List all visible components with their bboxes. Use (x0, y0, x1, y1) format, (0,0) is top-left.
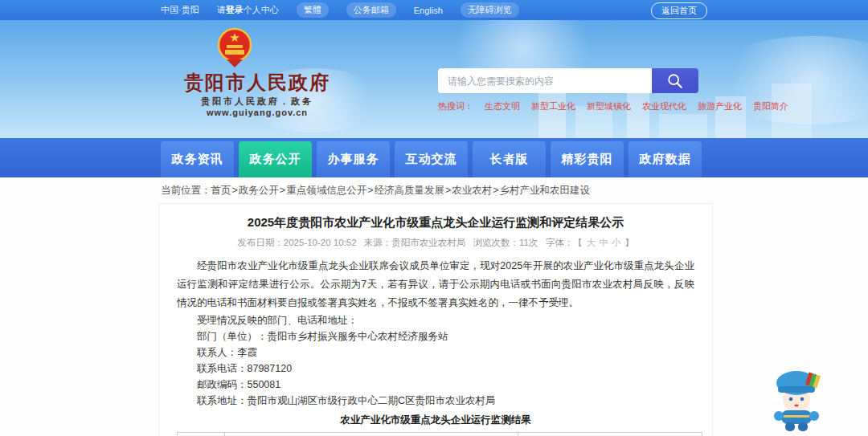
table-caption: 农业产业化市级重点龙头企业运行监测结果 (177, 414, 694, 427)
hot-search-row: 热搜词： 生态文明 新型工业化 新型城镇化 农业现代化 旅游产业化 贵阳简介 (438, 100, 703, 112)
breadcrumb-separator: > (493, 185, 498, 196)
breadcrumb-separator: > (232, 185, 238, 196)
hot-word[interactable]: 新型工业化 (531, 100, 575, 112)
hot-word[interactable]: 新型城镇化 (587, 100, 631, 112)
link-traditional-chinese[interactable]: 繁體 (297, 2, 329, 18)
nav-tab-zhangzheban[interactable]: 长者版 (473, 141, 546, 177)
national-emblem-icon: ★ (215, 27, 254, 69)
back-to-home-button[interactable]: 返回首页 (651, 2, 707, 19)
site-title: 贵阳市人民政府 (169, 70, 346, 96)
font-size-label-close: 】 (624, 238, 634, 247)
login-suffix: 个人中心 (244, 5, 279, 14)
breadcrumb-zhongdian-lingyu[interactable]: 重点领域信息公开 (286, 184, 366, 198)
table-header-row: 序号 企业名称 监测结果 (178, 433, 702, 436)
search-area: 热搜词： 生态文明 新型工业化 新型城镇化 农业现代化 旅游产业化 贵阳简介 (438, 68, 703, 112)
main-navigation: 政务资讯 政务公开 办事服务 互动交流 长者版 精彩贵阳 政府数据 (0, 138, 868, 177)
breadcrumb-label: 当前位置： (161, 184, 211, 198)
link-china-guiyang[interactable]: 中国·贵阳 (161, 4, 199, 16)
article-card: 2025年度贵阳市农业产业化市级重点龙头企业运行监测和评定结果公示 发布日期：2… (158, 203, 713, 436)
search-button[interactable] (652, 68, 698, 93)
link-official-mail[interactable]: 公务邮箱 (346, 2, 396, 18)
nav-tab-zhengfu-shuju[interactable]: 政府数据 (628, 141, 702, 177)
hot-search-label: 热搜词： (438, 100, 473, 112)
link-english[interactable]: English (414, 6, 443, 15)
login-prefix: 请 (217, 5, 226, 14)
publish-date: 发布日期：2025-10-20 10:52 (237, 238, 356, 247)
nav-tab-zhengwu-gongkai[interactable]: 政务公开 (239, 141, 312, 177)
header-banner: ★ 贵阳市人民政府 贵阳市人民政府．政务 www.guiyang.gov.cn … (0, 20, 868, 138)
breadcrumb-jingji-fazhan[interactable]: 经济高质量发展 (374, 184, 444, 198)
font-size-label: 字体：【 (546, 238, 583, 247)
header-company-name: 企业名称 (224, 433, 518, 436)
link-accessibility[interactable]: 无障碍浏览 (461, 2, 519, 18)
header-serial-number: 序号 (178, 433, 225, 436)
contact-person-line: 联系人：李霞 (177, 344, 694, 361)
breadcrumb-nongye-nongcun[interactable]: 农业农村 (452, 184, 492, 198)
contact-department-line: 部门（单位）：贵阳市乡村振兴服务中心农村经济服务站 (177, 328, 694, 344)
view-count: 浏览次数：11次 (473, 238, 538, 247)
breadcrumb-separator: > (445, 185, 451, 196)
postal-code-line: 邮政编码：550081 (177, 377, 694, 393)
breadcrumb-zhengwu-gongkai[interactable]: 政务公开 (239, 184, 279, 198)
site-subtitle: 贵阳市人民政府．政务 (169, 96, 346, 108)
font-size-medium-button[interactable]: 中 (599, 238, 608, 247)
search-icon (666, 72, 684, 90)
mascot-assistant-icon[interactable] (765, 364, 828, 433)
login-label[interactable]: 登录 (226, 5, 244, 14)
breadcrumb: 当前位置： 首页 > 政务公开 > 重点领域信息公开 > 经济高质量发展 > 农… (0, 177, 868, 203)
font-size-large-button[interactable]: 大 (587, 238, 596, 247)
article-title: 2025年度贵阳市农业产业化市级重点龙头企业运行监测和评定结果公示 (177, 214, 694, 231)
font-size-small-button[interactable]: 小 (612, 238, 621, 247)
article-body: 经贵阳市农业产业化市级重点龙头企业联席会议成员单位审定，现对2025年开展的农业… (177, 257, 694, 436)
top-utility-bar: 中国·贵阳 请登录个人中心 繁體 公务邮箱 English 无障碍浏览 返回首页 (0, 0, 868, 20)
contact-intro-line: 受理情况反映的部门、电话和地址： (177, 312, 694, 328)
article-meta: 发布日期：2025-10-20 10:52 来源：贵阳市农业农村局 浏览次数：1… (177, 237, 694, 249)
breadcrumb-xiangcun-chanye[interactable]: 乡村产业和农田建设 (500, 184, 591, 198)
hot-word[interactable]: 农业现代化 (642, 100, 686, 112)
article-paragraph: 经贵阳市农业产业化市级重点龙头企业联席会议成员单位审定，现对2025年开展的农业… (177, 257, 694, 312)
breadcrumb-separator: > (367, 185, 373, 196)
nav-tab-zhengwu-zixun[interactable]: 政务资讯 (161, 141, 234, 177)
nav-tab-hudong-jiaoliu[interactable]: 互动交流 (395, 141, 468, 177)
hot-word[interactable]: 旅游产业化 (698, 100, 742, 112)
search-input[interactable] (438, 68, 652, 93)
monitoring-result-table: 序号 企业名称 监测结果 1 贵州合力超市采购有限公司 合格 2 贵州友禾种业有… (177, 432, 702, 436)
hot-word[interactable]: 贵阳简介 (753, 100, 788, 112)
nav-tab-jingcai-guiyang[interactable]: 精彩贵阳 (551, 141, 624, 177)
site-url: www.guiyang.gov.cn (169, 108, 346, 117)
breadcrumb-separator: > (280, 185, 285, 196)
header-monitor-result: 监测结果 (518, 433, 702, 436)
contact-phone-line: 联系电话：87987120 (177, 361, 694, 377)
contact-address-line: 联系地址：贵阳市观山湖区市级行政中心二期C区贵阳市农业农村局 (177, 393, 694, 409)
article-source: 来源：贵阳市农业农村局 (364, 238, 466, 247)
nav-tab-banshi-fuwu[interactable]: 办事服务 (317, 141, 390, 177)
link-login-personal-center[interactable]: 请登录个人中心 (217, 4, 279, 16)
hot-word[interactable]: 生态文明 (485, 100, 520, 112)
svg-text:★: ★ (229, 31, 240, 44)
breadcrumb-home[interactable]: 首页 (211, 184, 231, 198)
